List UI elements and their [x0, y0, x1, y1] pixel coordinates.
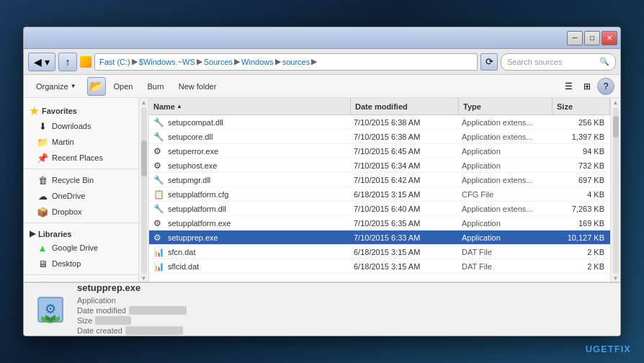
- preview-date-label: Date modified: [77, 306, 126, 315]
- preview-filename: setupprep.exe: [77, 282, 187, 293]
- file-name-cell: 🔧 setupplatform.dll: [149, 204, 351, 214]
- main-content: ★ Favorites ⬇ Downloads 📁 Martin 📌 Recen…: [24, 98, 620, 282]
- addressbar: ◀ ▾ ↑ Fast (C:) ▶ $Windows.~WS ▶ Sources…: [24, 49, 620, 75]
- martin-icon: 📁: [37, 137, 48, 148]
- table-row[interactable]: ⚙ setuphost.exe 7/10/2015 6:34 AM Applic…: [149, 158, 610, 173]
- toolbar-right: ☰ ⊞ ?: [560, 78, 614, 95]
- file-type-cell: DAT File: [459, 248, 553, 256]
- col-header-type[interactable]: Type: [459, 98, 553, 115]
- file-size-cell: 256 KB: [553, 118, 610, 127]
- table-row[interactable]: 🔧 setupcore.dll 7/10/2015 6:38 AM Applic…: [149, 130, 610, 144]
- star-icon: ★: [30, 105, 39, 117]
- file-type-cell: Application extens...: [459, 176, 553, 184]
- minimize-button[interactable]: ─: [567, 31, 583, 45]
- table-row[interactable]: 📋 setupplatform.cfg 6/18/2015 3:15 AM CF…: [149, 187, 610, 202]
- file-type-cell: DAT File: [459, 262, 553, 271]
- file-list-header: Name ▲ Date modified Type Size: [149, 98, 610, 115]
- new-folder-button[interactable]: New folder: [172, 78, 223, 95]
- file-size-cell: 2 KB: [553, 262, 610, 271]
- sidebar-item-martin[interactable]: 📁 Martin: [24, 134, 138, 150]
- sidebar-item-desktop[interactable]: 🖥 Desktop: [24, 256, 138, 272]
- scroll-thumb[interactable]: [141, 140, 147, 176]
- file-type-icon: ⚙: [153, 233, 165, 243]
- table-row[interactable]: ⚙ setupplatform.exe 7/10/2015 6:35 AM Ap…: [149, 216, 610, 230]
- file-list: 🔧 setupcompat.dll 7/10/2015 6:38 AM Appl…: [149, 115, 610, 282]
- col-header-name[interactable]: Name ▲: [149, 98, 351, 115]
- file-type-cell: CFG File: [459, 190, 553, 199]
- explorer-window: ─ □ ✕ ◀ ▾ ↑ Fast (C:) ▶ $Windows.~WS ▶ S…: [23, 27, 621, 336]
- file-scroll-thumb[interactable]: [613, 116, 619, 138]
- back-button[interactable]: ◀ ▾: [28, 53, 55, 71]
- watermark-text1: UG: [586, 344, 601, 354]
- file-name-cell: ⚙ setuperror.exe: [149, 146, 351, 156]
- table-row[interactable]: ⚙ setuperror.exe 7/10/2015 6:45 AM Appli…: [149, 144, 610, 158]
- file-size-cell: 94 KB: [553, 147, 610, 156]
- file-name-cell: ⚙ setupprep.exe: [149, 233, 351, 243]
- burn-button[interactable]: Burn: [140, 78, 170, 95]
- file-date-cell: 7/10/2015 6:45 AM: [351, 147, 459, 156]
- preview-icon: ⚙: [32, 292, 68, 328]
- statusbar: ⚙ setupprep.exe Application Date modifie…: [24, 282, 620, 336]
- table-row[interactable]: ⚙ setupprep.exe 7/10/2015 6:33 AM Applic…: [149, 230, 610, 245]
- col-header-size[interactable]: Size: [553, 98, 610, 115]
- file-type-icon: 🔧: [153, 117, 165, 127]
- file-type-icon: ⚙: [153, 146, 165, 156]
- col-header-date[interactable]: Date modified: [351, 98, 459, 115]
- favorites-label: ★ Favorites: [24, 102, 138, 118]
- up-button[interactable]: ↑: [58, 53, 77, 71]
- file-scroll-up[interactable]: ▲: [613, 99, 619, 106]
- watermark-highlight: ET: [601, 344, 614, 354]
- table-row[interactable]: 🔧 setupplatform.dll 7/10/2015 6:40 AM Ap…: [149, 202, 610, 216]
- file-type-icon: 📋: [153, 189, 165, 200]
- view-button[interactable]: ☰: [560, 78, 577, 95]
- sidebar-item-downloads[interactable]: ⬇ Downloads: [24, 118, 138, 134]
- address-crumb3: Sources: [204, 58, 233, 66]
- table-row[interactable]: 📊 sfcn.dat 6/18/2015 3:15 AM DAT File 2 …: [149, 245, 610, 259]
- search-box[interactable]: Search sources 🔍: [501, 53, 616, 71]
- file-name-cell: 🔧 setupmgr.dll: [149, 175, 351, 185]
- address-box[interactable]: Fast (C:) ▶ $Windows.~WS ▶ Sources ▶ Win…: [94, 53, 478, 71]
- file-date-cell: 7/10/2015 6:33 AM: [351, 233, 459, 242]
- sidebar-item-googledrive[interactable]: ▲ Google Drive: [24, 240, 138, 256]
- crumb-sep2: ▶: [197, 57, 202, 66]
- help-button[interactable]: ?: [597, 78, 614, 95]
- table-row[interactable]: 📊 sflcid.dat 6/18/2015 3:15 AM DAT File …: [149, 259, 610, 274]
- file-scrollbar[interactable]: ▲ ▼: [610, 98, 620, 282]
- file-type-icon: 🔧: [153, 204, 165, 214]
- organize-button[interactable]: Organize ▼: [30, 78, 83, 95]
- close-button[interactable]: ✕: [601, 31, 617, 45]
- watermark: UGETFIX: [586, 344, 631, 354]
- file-scroll-track: [613, 107, 619, 274]
- table-row[interactable]: 🔧 setupmgr.dll 7/10/2015 6:42 AM Applica…: [149, 173, 610, 187]
- file-size-cell: 1,397 KB: [553, 133, 610, 141]
- scroll-down-arrow[interactable]: ▼: [141, 275, 147, 282]
- sidebar-item-dropbox[interactable]: 📦 Dropbox: [24, 204, 138, 220]
- sidebar-item-recent[interactable]: 📌 Recent Places: [24, 150, 138, 166]
- file-type-icon: ⚙: [153, 218, 165, 228]
- preview-created-row: Date created: [77, 326, 187, 335]
- dropbox-icon: 📦: [37, 207, 48, 218]
- file-name-cell: ⚙ setuphost.exe: [149, 161, 351, 171]
- sidebar-item-recycle[interactable]: 🗑 Recycle Bin: [24, 172, 138, 188]
- refresh-button[interactable]: ⟳: [480, 53, 498, 71]
- file-type-icon: 📊: [153, 261, 165, 272]
- file-date-cell: 6/18/2015 3:15 AM: [351, 190, 459, 199]
- file-scroll-down[interactable]: ▼: [613, 275, 619, 282]
- watermark-text2: FIX: [614, 344, 631, 354]
- table-row[interactable]: 🔧 setupcompat.dll 7/10/2015 6:38 AM Appl…: [149, 115, 610, 130]
- scroll-up-arrow[interactable]: ▲: [141, 99, 147, 106]
- libraries-label: ▶ Libraries: [24, 226, 138, 240]
- search-placeholder: Search sources: [507, 58, 562, 66]
- open-button[interactable]: Open: [107, 78, 140, 95]
- file-type-icon: ⚙: [153, 161, 165, 171]
- file-date-cell: 7/10/2015 6:35 AM: [351, 219, 459, 228]
- sidebar-scrollbar[interactable]: ▲ ▼: [139, 98, 149, 282]
- sidebar-item-onedrive[interactable]: ☁ OneDrive: [24, 188, 138, 204]
- window-controls: ─ □ ✕: [567, 31, 617, 45]
- file-size-cell: 697 KB: [553, 176, 610, 184]
- file-type-icon: 🔧: [153, 175, 165, 185]
- file-size-cell: 10,127 KB: [553, 233, 610, 242]
- view-toggle-button[interactable]: ⊞: [578, 78, 596, 95]
- maximize-button[interactable]: □: [584, 31, 600, 45]
- recycle-icon: 🗑: [37, 175, 48, 186]
